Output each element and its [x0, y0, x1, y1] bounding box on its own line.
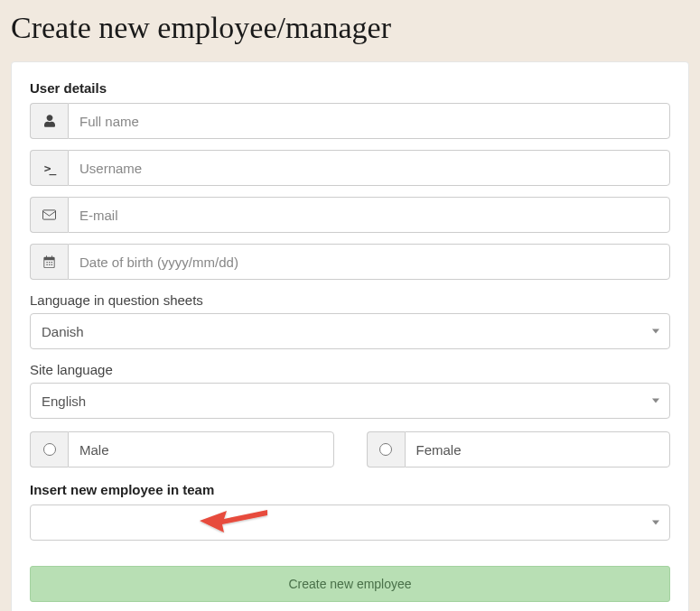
- terminal-icon: >_: [30, 150, 68, 186]
- email-group: [30, 197, 670, 233]
- female-radio-group: Female: [367, 431, 671, 468]
- male-radio[interactable]: [43, 443, 56, 456]
- dob-input[interactable]: [68, 244, 670, 280]
- site-language-select-wrap: English: [30, 383, 670, 419]
- female-label: Female: [405, 431, 671, 468]
- full-name-input[interactable]: [68, 103, 670, 139]
- username-group: >_: [30, 150, 670, 186]
- language-sheets-label: Language in question sheets: [30, 292, 670, 308]
- team-select-wrap: [30, 505, 670, 541]
- calendar-icon: [30, 244, 68, 280]
- svg-rect-0: [42, 210, 55, 219]
- site-language-select[interactable]: English: [30, 383, 670, 419]
- male-radio-addon: [30, 431, 68, 468]
- full-name-group: [30, 103, 670, 139]
- gender-row: Male Female: [30, 431, 670, 468]
- user-details-heading: User details: [30, 80, 670, 96]
- language-sheets-select-wrap: Danish: [30, 313, 670, 349]
- username-input[interactable]: [68, 150, 670, 186]
- envelope-icon: [30, 197, 68, 233]
- male-label: Male: [68, 431, 334, 468]
- site-language-label: Site language: [30, 362, 670, 377]
- female-radio-addon: [367, 431, 405, 468]
- language-sheets-select[interactable]: Danish: [30, 313, 670, 349]
- female-radio[interactable]: [379, 443, 392, 456]
- form-card: User details >_ Language in question she…: [11, 61, 689, 611]
- page-title: Create new employee/manager: [0, 0, 700, 61]
- male-radio-group: Male: [30, 431, 334, 468]
- create-employee-button[interactable]: Create new employee: [30, 566, 670, 602]
- team-select[interactable]: [30, 505, 670, 541]
- email-input[interactable]: [68, 197, 670, 233]
- dob-group: [30, 244, 670, 280]
- insert-team-heading: Insert new employee in team: [30, 482, 670, 497]
- user-icon: [30, 103, 68, 139]
